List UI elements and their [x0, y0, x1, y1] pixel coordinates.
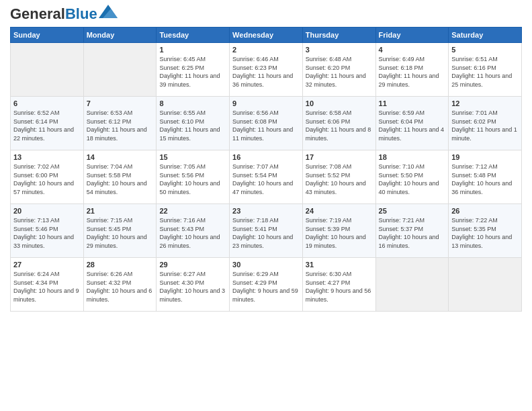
week-row-1: 6 Sunrise: 6:52 AMSunset: 6:14 PMDayligh…: [11, 97, 522, 150]
day-cell: 18 Sunrise: 7:10 AMSunset: 5:50 PMDaylig…: [375, 150, 449, 204]
calendar-table: SundayMondayTuesdayWednesdayThursdayFrid…: [10, 27, 522, 312]
day-number: 27: [13, 261, 81, 269]
day-detail: Sunrise: 6:46 AMSunset: 6:23 PMDaylight:…: [232, 55, 300, 89]
header-row: SundayMondayTuesdayWednesdayThursdayFrid…: [11, 28, 522, 43]
day-number: 30: [232, 261, 300, 269]
day-cell: [375, 258, 449, 312]
col-header-wednesday: Wednesday: [230, 28, 303, 43]
day-cell: 14 Sunrise: 7:04 AMSunset: 5:58 PMDaylig…: [83, 150, 157, 204]
day-number: 22: [159, 207, 226, 215]
day-detail: Sunrise: 6:56 AMSunset: 6:08 PMDaylight:…: [232, 109, 300, 142]
day-cell: 12 Sunrise: 7:01 AMSunset: 6:02 PMDaylig…: [449, 97, 522, 150]
day-number: 2: [232, 46, 300, 54]
day-number: 15: [159, 153, 226, 161]
day-detail: Sunrise: 7:22 AMSunset: 5:35 PMDaylight:…: [451, 216, 519, 250]
header: GeneralBlue: [10, 7, 522, 21]
day-detail: Sunrise: 6:51 AMSunset: 6:16 PMDaylight:…: [451, 55, 519, 89]
day-detail: Sunrise: 6:53 AMSunset: 6:12 PMDaylight:…: [87, 109, 154, 142]
day-number: 16: [232, 153, 300, 161]
day-cell: 2 Sunrise: 6:46 AMSunset: 6:23 PMDayligh…: [230, 43, 303, 97]
day-cell: 8 Sunrise: 6:55 AMSunset: 6:10 PMDayligh…: [157, 97, 230, 150]
day-number: 23: [232, 207, 300, 215]
day-number: 31: [306, 261, 373, 269]
day-number: 29: [159, 261, 226, 269]
day-number: 7: [87, 99, 154, 107]
day-cell: 28 Sunrise: 6:26 AMSunset: 4:32 PMDaylig…: [83, 258, 157, 312]
day-number: 24: [306, 207, 373, 215]
day-cell: 1 Sunrise: 6:45 AMSunset: 6:25 PMDayligh…: [157, 43, 230, 97]
day-number: 11: [379, 99, 446, 107]
day-cell: 25 Sunrise: 7:21 AMSunset: 5:37 PMDaylig…: [375, 204, 449, 258]
col-header-sunday: Sunday: [11, 28, 84, 43]
day-cell: 17 Sunrise: 7:08 AMSunset: 5:52 PMDaylig…: [302, 150, 375, 204]
day-detail: Sunrise: 7:21 AMSunset: 5:37 PMDaylight:…: [379, 216, 446, 250]
day-detail: Sunrise: 7:05 AMSunset: 5:56 PMDaylight:…: [159, 163, 226, 196]
day-detail: Sunrise: 6:58 AMSunset: 6:06 PMDaylight:…: [306, 109, 373, 142]
day-detail: Sunrise: 6:49 AMSunset: 6:18 PMDaylight:…: [379, 55, 446, 89]
day-number: 3: [306, 46, 373, 54]
day-number: 13: [13, 153, 81, 161]
day-number: 25: [379, 207, 446, 215]
day-number: 1: [159, 46, 226, 54]
week-row-3: 20 Sunrise: 7:13 AMSunset: 5:46 PMDaylig…: [11, 204, 522, 258]
day-cell: 24 Sunrise: 7:19 AMSunset: 5:39 PMDaylig…: [302, 204, 375, 258]
logo-icon: [99, 5, 118, 18]
col-header-friday: Friday: [375, 28, 449, 43]
day-detail: Sunrise: 6:30 AMSunset: 4:27 PMDaylight:…: [306, 270, 373, 304]
day-detail: Sunrise: 6:55 AMSunset: 6:10 PMDaylight:…: [159, 109, 226, 142]
col-header-monday: Monday: [83, 28, 157, 43]
day-cell: [83, 43, 157, 97]
week-row-0: 1 Sunrise: 6:45 AMSunset: 6:25 PMDayligh…: [11, 43, 522, 97]
day-cell: 29 Sunrise: 6:27 AMSunset: 4:30 PMDaylig…: [157, 258, 230, 312]
day-detail: Sunrise: 6:24 AMSunset: 4:34 PMDaylight:…: [13, 270, 81, 304]
day-detail: Sunrise: 6:27 AMSunset: 4:30 PMDaylight:…: [159, 270, 226, 304]
logo: GeneralBlue: [10, 7, 118, 21]
day-detail: Sunrise: 7:19 AMSunset: 5:39 PMDaylight:…: [306, 216, 373, 250]
col-header-saturday: Saturday: [449, 28, 522, 43]
day-cell: 3 Sunrise: 6:48 AMSunset: 6:20 PMDayligh…: [302, 43, 375, 97]
day-detail: Sunrise: 7:15 AMSunset: 5:45 PMDaylight:…: [87, 216, 154, 250]
day-detail: Sunrise: 7:18 AMSunset: 5:41 PMDaylight:…: [232, 216, 300, 250]
day-number: 21: [87, 207, 154, 215]
day-cell: 4 Sunrise: 6:49 AMSunset: 6:18 PMDayligh…: [375, 43, 449, 97]
day-detail: Sunrise: 7:02 AMSunset: 6:00 PMDaylight:…: [13, 163, 81, 196]
day-detail: Sunrise: 6:29 AMSunset: 4:29 PMDaylight:…: [232, 270, 300, 304]
day-cell: 30 Sunrise: 6:29 AMSunset: 4:29 PMDaylig…: [230, 258, 303, 312]
day-detail: Sunrise: 6:52 AMSunset: 6:14 PMDaylight:…: [13, 109, 81, 142]
day-cell: [449, 258, 522, 312]
day-cell: 22 Sunrise: 7:16 AMSunset: 5:43 PMDaylig…: [157, 204, 230, 258]
day-detail: Sunrise: 6:48 AMSunset: 6:20 PMDaylight:…: [306, 55, 373, 89]
day-detail: Sunrise: 6:59 AMSunset: 6:04 PMDaylight:…: [379, 109, 446, 142]
day-cell: 5 Sunrise: 6:51 AMSunset: 6:16 PMDayligh…: [449, 43, 522, 97]
day-number: 10: [306, 99, 373, 107]
day-number: 26: [451, 207, 519, 215]
day-cell: [11, 43, 84, 97]
day-cell: 15 Sunrise: 7:05 AMSunset: 5:56 PMDaylig…: [157, 150, 230, 204]
day-cell: 27 Sunrise: 6:24 AMSunset: 4:34 PMDaylig…: [11, 258, 84, 312]
day-detail: Sunrise: 7:04 AMSunset: 5:58 PMDaylight:…: [87, 163, 154, 196]
day-cell: 9 Sunrise: 6:56 AMSunset: 6:08 PMDayligh…: [230, 97, 303, 150]
day-number: 4: [379, 46, 446, 54]
col-header-thursday: Thursday: [302, 28, 375, 43]
day-detail: Sunrise: 7:08 AMSunset: 5:52 PMDaylight:…: [306, 163, 373, 196]
day-number: 12: [451, 99, 519, 107]
day-detail: Sunrise: 6:45 AMSunset: 6:25 PMDaylight:…: [159, 55, 226, 89]
day-number: 17: [306, 153, 373, 161]
day-cell: 19 Sunrise: 7:12 AMSunset: 5:48 PMDaylig…: [449, 150, 522, 204]
week-row-2: 13 Sunrise: 7:02 AMSunset: 6:00 PMDaylig…: [11, 150, 522, 204]
day-detail: Sunrise: 7:12 AMSunset: 5:48 PMDaylight:…: [451, 163, 519, 196]
day-cell: 21 Sunrise: 7:15 AMSunset: 5:45 PMDaylig…: [83, 204, 157, 258]
day-cell: 26 Sunrise: 7:22 AMSunset: 5:35 PMDaylig…: [449, 204, 522, 258]
day-cell: 31 Sunrise: 6:30 AMSunset: 4:27 PMDaylig…: [302, 258, 375, 312]
day-cell: 20 Sunrise: 7:13 AMSunset: 5:46 PMDaylig…: [11, 204, 84, 258]
day-detail: Sunrise: 7:10 AMSunset: 5:50 PMDaylight:…: [379, 163, 446, 196]
day-cell: 10 Sunrise: 6:58 AMSunset: 6:06 PMDaylig…: [302, 97, 375, 150]
day-number: 28: [87, 261, 154, 269]
week-row-4: 27 Sunrise: 6:24 AMSunset: 4:34 PMDaylig…: [11, 258, 522, 312]
day-detail: Sunrise: 7:13 AMSunset: 5:46 PMDaylight:…: [13, 216, 81, 250]
day-cell: 7 Sunrise: 6:53 AMSunset: 6:12 PMDayligh…: [83, 97, 157, 150]
day-cell: 6 Sunrise: 6:52 AMSunset: 6:14 PMDayligh…: [11, 97, 84, 150]
day-detail: Sunrise: 7:01 AMSunset: 6:02 PMDaylight:…: [451, 109, 519, 142]
day-cell: 23 Sunrise: 7:18 AMSunset: 5:41 PMDaylig…: [230, 204, 303, 258]
day-number: 6: [13, 99, 81, 107]
